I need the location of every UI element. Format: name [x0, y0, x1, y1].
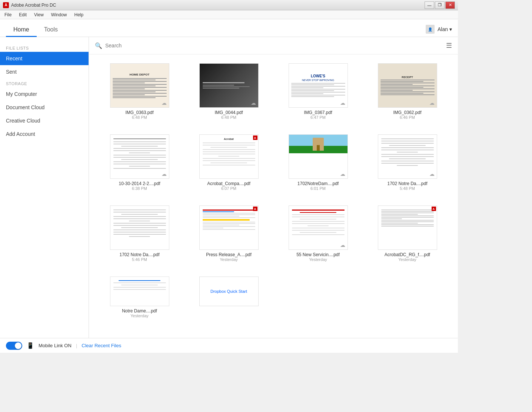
- file-grid-container[interactable]: HOME DEPOT: [89, 54, 458, 338]
- file-time: 6:01 PM: [310, 186, 326, 191]
- nav-tabs: Home Tools: [6, 23, 65, 37]
- file-name: IMG_0044.pdf: [215, 110, 243, 115]
- file-time: 5:48 PM: [400, 186, 415, 191]
- file-name: 1702 Notre Da....pdf: [387, 181, 427, 186]
- clear-recent-files-link[interactable]: Clear Recent Files: [82, 343, 121, 348]
- file-thumbnail: Dropbox Quick Start: [199, 277, 259, 306]
- sidebar: FILE LISTS Recent Sent STORAGE My Comput…: [0, 37, 89, 338]
- cloud-icon: ☁: [340, 171, 345, 177]
- sidebar-item-my-computer[interactable]: My Computer: [0, 87, 89, 101]
- search-bar: 🔍 ☰: [89, 37, 458, 54]
- file-grid: HOME DEPOT: [98, 60, 449, 321]
- list-item[interactable]: LOWE'S NEVER STOP IMPROVING: [276, 60, 360, 123]
- file-name: 1702 Notre Da....pdf: [119, 252, 159, 257]
- list-item[interactable]: A: [366, 202, 449, 265]
- title-bar: A Adobe Acrobat Pro DC — ❐ ✕: [0, 0, 458, 10]
- storage-label: STORAGE: [0, 78, 89, 87]
- sidebar-item-document-cloud[interactable]: Document Cloud: [0, 101, 89, 114]
- list-item[interactable]: HOME DEPOT: [98, 60, 181, 123]
- file-name: IMG_0367.pdf: [304, 110, 332, 115]
- app-title: Adobe Acrobat Pro DC: [11, 3, 56, 8]
- mobile-link-label: Mobile Link ON: [39, 343, 72, 348]
- list-view-icon[interactable]: ☰: [446, 41, 452, 50]
- cloud-icon: ☁: [429, 171, 435, 177]
- file-thumbnail: ☁: [289, 205, 348, 250]
- mobile-icon: 📱: [27, 342, 34, 349]
- list-item[interactable]: ☁ 1702 Notre Da....pdf 5:48 PM: [366, 131, 449, 194]
- cloud-icon: ☁: [340, 242, 345, 248]
- list-item[interactable]: Notre Dame....pdf Yesterday: [98, 274, 181, 321]
- file-name: Press Release_A....pdf: [206, 252, 252, 257]
- sidebar-item-creative-cloud[interactable]: Creative Cloud: [0, 114, 89, 127]
- toggle-knob: [15, 342, 21, 349]
- cloud-icon: ☁: [429, 100, 435, 106]
- user-name[interactable]: Alan ▾: [438, 26, 452, 32]
- file-thumbnail: A: [199, 205, 259, 250]
- file-thumbnail: ☁: [378, 134, 437, 179]
- sidebar-item-sent[interactable]: Sent: [0, 65, 89, 78]
- cloud-icon: ☁: [162, 100, 167, 106]
- nav-bar: Home Tools 👤 Alan ▾: [0, 19, 458, 37]
- content-area: 🔍 ☰ HOME DEPOT: [89, 37, 458, 338]
- file-time: Yesterday: [309, 257, 327, 262]
- file-thumbnail: A: [378, 205, 437, 250]
- file-thumbnail: [110, 205, 169, 250]
- file-thumbnail: ☁: [199, 63, 259, 108]
- menu-file[interactable]: File: [1, 11, 14, 18]
- sidebar-item-add-account[interactable]: Add Account: [0, 127, 89, 141]
- file-thumbnail: [110, 277, 169, 306]
- list-item[interactable]: ☁ 1702NotreDam....pdf 6:01 PM: [276, 131, 360, 194]
- file-time: Yesterday: [220, 257, 238, 262]
- list-item[interactable]: ☁ 55 New Servicin....pdf Yesterday: [276, 202, 360, 265]
- search-icon: 🔍: [95, 42, 102, 49]
- list-item[interactable]: ☁ IMG_0044.pdf 6:48 PM: [187, 60, 270, 123]
- cloud-icon: ☁: [251, 100, 256, 106]
- cloud-icon: ☁: [340, 100, 345, 106]
- file-thumbnail: ☁: [110, 134, 169, 179]
- list-item[interactable]: Dropbox Quick Start placeholder placehol…: [187, 274, 270, 321]
- file-time: 6:48 PM: [132, 115, 147, 120]
- list-item[interactable]: ☁ 10-30-2014 2-2....pdf 6:38 PM: [98, 131, 181, 194]
- list-item[interactable]: A: [187, 202, 270, 265]
- cloud-icon: ☁: [162, 171, 167, 177]
- user-icon: 👤: [426, 25, 435, 34]
- file-time: 6:48 PM: [221, 115, 236, 120]
- menu-help[interactable]: Help: [72, 11, 87, 18]
- file-time: Yesterday: [398, 257, 416, 262]
- sidebar-item-recent[interactable]: Recent: [0, 52, 89, 65]
- bottom-bar: 📱 Mobile Link ON | Clear Recent Files: [0, 338, 458, 353]
- file-time: 6:07 PM: [221, 186, 236, 191]
- file-thumbnail: ☁: [289, 134, 348, 179]
- file-name: AcrobatDC_RG_f....pdf: [385, 252, 430, 257]
- tab-tools[interactable]: Tools: [37, 23, 65, 37]
- file-name: 10-30-2014 2-2....pdf: [119, 181, 160, 186]
- file-time: Yesterday: [130, 314, 149, 318]
- app-icon: A: [3, 2, 9, 8]
- file-name: 1702NotreDam....pdf: [297, 181, 339, 186]
- file-time: 5:46 PM: [132, 257, 147, 262]
- close-button[interactable]: ✕: [445, 1, 455, 9]
- file-thumbnail: LOWE'S NEVER STOP IMPROVING: [289, 63, 348, 108]
- menu-window[interactable]: Window: [48, 11, 70, 18]
- nav-right: 👤 Alan ▾: [426, 25, 452, 37]
- tab-home[interactable]: Home: [6, 23, 37, 37]
- search-input[interactable]: [105, 43, 443, 48]
- file-name: Notre Dame....pdf: [122, 308, 157, 314]
- restore-button[interactable]: ❐: [435, 1, 445, 9]
- list-item[interactable]: RECEIPT: [366, 60, 449, 123]
- file-lists-label: FILE LISTS: [0, 43, 89, 52]
- list-item[interactable]: A Acrobat: [187, 131, 270, 194]
- mobile-link-toggle[interactable]: [6, 342, 22, 350]
- dropbox-label: Dropbox Quick Start: [210, 289, 247, 294]
- search-inner: 🔍: [95, 42, 443, 49]
- minimize-button[interactable]: —: [425, 1, 434, 9]
- title-bar-left: A Adobe Acrobat Pro DC: [3, 2, 56, 8]
- file-name: IMG_0363.pdf: [125, 110, 153, 115]
- menu-view[interactable]: View: [31, 11, 47, 18]
- main-layout: FILE LISTS Recent Sent STORAGE My Comput…: [0, 37, 458, 338]
- file-time: 6:38 PM: [132, 186, 147, 191]
- list-item[interactable]: 1702 Notre Da....pdf 5:46 PM: [98, 202, 181, 265]
- menu-edit[interactable]: Edit: [16, 11, 30, 18]
- file-thumbnail: RECEIPT: [378, 63, 437, 108]
- file-thumbnail: HOME DEPOT: [110, 63, 169, 108]
